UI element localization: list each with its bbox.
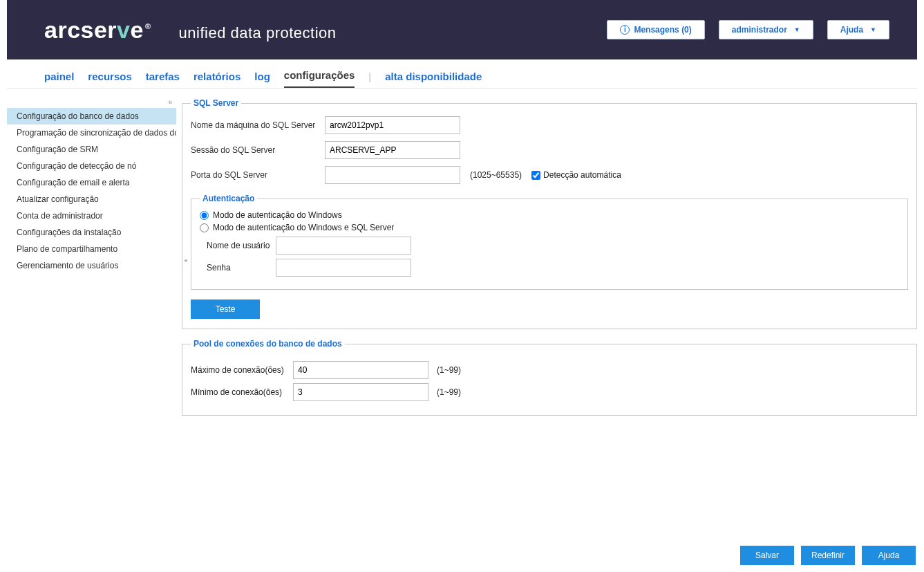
- brand: arcserve® unified data protection: [44, 17, 337, 44]
- brand-logo: arcserve®: [44, 17, 151, 44]
- sidebar-item-srm-config[interactable]: Configuração de SRM: [7, 141, 176, 158]
- brand-subtitle: unified data protection: [179, 24, 337, 42]
- brand-text-right: e: [131, 17, 144, 43]
- sidebar-item-node-detect[interactable]: Configuração de detecção de nó: [7, 158, 176, 174]
- sidebar-item-share-plan[interactable]: Plano de compartilhamento: [7, 241, 176, 257]
- sidebar-item-update-config[interactable]: Atualizar configuração: [7, 191, 176, 207]
- sidebar-item-email-alert[interactable]: Configuração de email e alerta: [7, 174, 176, 191]
- brand-reg-icon: ®: [145, 22, 151, 30]
- connection-pool-group: Pool de conexões do banco de dados Máxim…: [182, 339, 917, 416]
- sidebar-item-install-config[interactable]: Configurações da instalação: [7, 224, 176, 241]
- save-button[interactable]: Salvar: [740, 546, 794, 565]
- brand-text-left: arcser: [44, 17, 117, 43]
- sidebar-item-admin-account[interactable]: Conta de administrador: [7, 207, 176, 224]
- autodetect-checkbox-wrap[interactable]: Detecção automática: [531, 170, 621, 180]
- help-button[interactable]: Ajuda: [862, 546, 916, 565]
- nav-configuracoes[interactable]: configurações: [284, 69, 355, 88]
- auth-mode-mixed-label: Modo de autenticação do Windows e SQL Se…: [213, 223, 394, 232]
- auth-pass-label: Senha: [207, 263, 270, 273]
- sql-port-label: Porta do SQL Server: [191, 170, 319, 180]
- collapse-sidebar-icon[interactable]: «: [168, 98, 172, 106]
- splitter-handle-icon[interactable]: ◂: [183, 250, 187, 270]
- sidebar-item-db-config[interactable]: Configuração do banco de dados: [7, 108, 176, 124]
- sql-machine-input[interactable]: [325, 116, 460, 134]
- pool-max-label: Máximo de conexão(ões): [191, 365, 287, 375]
- nav-relatorios[interactable]: relatórios: [194, 71, 241, 88]
- auth-mode-mixed-radio[interactable]: [200, 223, 209, 232]
- sidebar-list: Configuração do banco de dados Programaç…: [7, 108, 176, 274]
- sidebar-item-user-mgmt[interactable]: Gerenciamento de usuários: [7, 257, 176, 274]
- brand-text-v: v: [117, 17, 130, 43]
- nav-painel[interactable]: painel: [44, 71, 74, 88]
- sidebar-item-sync-schedule[interactable]: Programação de sincronização de dados do: [7, 124, 176, 141]
- messages-label: Mensagens (0): [634, 25, 691, 35]
- nav-tarefas[interactable]: tarefas: [146, 71, 180, 88]
- sql-server-legend: SQL Server: [191, 98, 241, 108]
- app-header: arcserve® unified data protection i Mens…: [7, 0, 917, 59]
- chevron-down-icon: ▼: [870, 26, 876, 33]
- sql-session-input[interactable]: [325, 141, 460, 159]
- auth-mode-windows-label: Modo de autenticação do Windows: [213, 210, 342, 220]
- autodetect-checkbox[interactable]: [531, 171, 540, 180]
- sql-session-label: Sessão do SQL Server: [191, 145, 319, 155]
- main-nav: painel recursos tarefas relatórios log c…: [7, 59, 917, 89]
- sql-port-input[interactable]: [325, 166, 460, 184]
- connection-pool-legend: Pool de conexões do banco de dados: [191, 339, 345, 349]
- nav-log[interactable]: log: [254, 71, 270, 88]
- nav-alta-disponibilidade[interactable]: alta disponibilidade: [385, 71, 482, 88]
- pool-min-label: Mínimo de conexão(ões): [191, 387, 287, 397]
- auth-user-input[interactable]: [276, 237, 411, 255]
- content-footer: Salvar Redefinir Ajuda: [182, 540, 917, 572]
- messages-button[interactable]: i Mensagens (0): [607, 20, 704, 39]
- sql-server-group: SQL Server Nome da máquina do SQL Server…: [182, 98, 917, 329]
- help-label: Ajuda: [840, 25, 863, 35]
- sql-port-hint: (1025~65535): [470, 170, 522, 180]
- info-icon: i: [620, 25, 630, 35]
- test-button[interactable]: Teste: [191, 299, 260, 319]
- pool-max-hint: (1~99): [437, 365, 461, 375]
- auth-mode-windows-radio[interactable]: [200, 211, 209, 220]
- sql-machine-label: Nome da máquina do SQL Server: [191, 120, 319, 130]
- pool-max-input[interactable]: [293, 361, 428, 379]
- settings-sidebar: « Configuração do banco de dados Program…: [7, 98, 176, 572]
- auth-legend: Autenticação: [200, 194, 257, 203]
- reset-button[interactable]: Redefinir: [801, 546, 855, 565]
- admin-label: administrador: [732, 25, 787, 35]
- main-area: « Configuração do banco de dados Program…: [0, 89, 924, 572]
- admin-menu-button[interactable]: administrador ▼: [719, 20, 813, 39]
- help-menu-button[interactable]: Ajuda ▼: [827, 20, 889, 39]
- nav-recursos[interactable]: recursos: [88, 71, 131, 88]
- nav-separator: |: [368, 71, 371, 88]
- autodetect-label: Detecção automática: [543, 170, 621, 180]
- pool-min-hint: (1~99): [437, 387, 461, 397]
- pool-min-input[interactable]: [293, 383, 428, 401]
- chevron-down-icon: ▼: [794, 26, 800, 33]
- auth-group: Autenticação Modo de autenticação do Win…: [191, 194, 908, 290]
- auth-user-label: Nome de usuário: [207, 241, 270, 250]
- settings-content: ◂ SQL Server Nome da máquina do SQL Serv…: [182, 98, 917, 572]
- auth-pass-input[interactable]: [276, 259, 411, 277]
